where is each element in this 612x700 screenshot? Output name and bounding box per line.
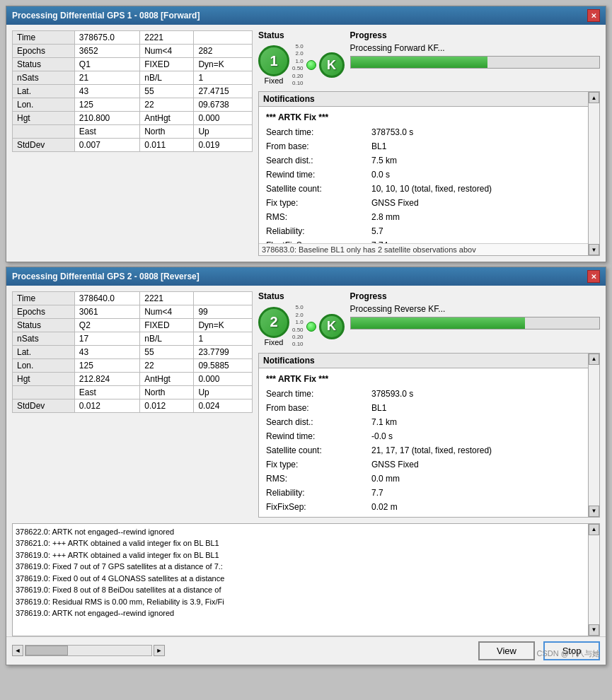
- table-row: EastNorthUp: [13, 386, 253, 399]
- scroll-track1: [589, 103, 599, 244]
- notif-row: From base:BL1: [263, 139, 585, 153]
- close-button2[interactable]: ✕: [587, 270, 600, 283]
- progress-text1: Processing Forward KF...: [350, 43, 600, 53]
- log-scroll-up[interactable]: ▲: [589, 524, 599, 535]
- notif-header1: Notifications: [259, 92, 599, 107]
- progress-section1: Progress Processing Forward KF...: [350, 30, 600, 69]
- log-scroll-down[interactable]: ▼: [589, 624, 599, 636]
- table-row: Lon.1252209.5885: [13, 359, 253, 373]
- notif-row: Search time:378593.0 s: [263, 387, 585, 401]
- table-row: Lat.435523.7799: [13, 346, 253, 359]
- table-row: StatusQ1FIXEDDyn=K: [13, 58, 253, 71]
- artk-header2: *** ARTK Fix ***: [263, 371, 585, 387]
- log-line: 378621.0: +++ ARTK obtained a valid inte…: [16, 537, 585, 549]
- status-label2: Status: [258, 291, 345, 301]
- scroll-down1[interactable]: ▼: [589, 244, 599, 255]
- table-row: EastNorthUp: [13, 125, 253, 139]
- progress-text2: Processing Reverse KF...: [350, 304, 600, 314]
- titlebar1: Processing Differential GPS 1 - 0808 [Fo…: [6, 6, 606, 25]
- notif-header2: Notifications: [259, 354, 599, 368]
- status-progress-row1: Status 1 Fixed 5.02.01.00.500.200.10 K: [258, 30, 600, 87]
- notif-row: Rewind time:-0.0 s: [263, 429, 585, 443]
- status-inner1: 1 Fixed: [258, 45, 289, 85]
- log-scroll-track: [589, 535, 599, 624]
- hscroll-thumb: [25, 646, 68, 655]
- notif-row: FixFixSep:0.02 m: [263, 500, 585, 514]
- log-line: 378622.0: ARTK not engaged--rewind ignor…: [16, 526, 585, 538]
- data-panel2: Time378640.02221Epochs3061Num<499StatusQ…: [12, 291, 253, 517]
- window2: Processing Differential GPS 2 - 0808 [Re…: [6, 267, 606, 665]
- window1-title: Processing Differential GPS 1 - 0808 [Fo…: [12, 11, 200, 21]
- progress-bar-container1: [350, 56, 600, 69]
- green-dot1: [306, 60, 316, 70]
- notif-row: Reliability:7.7: [263, 486, 585, 500]
- notif-row: RMS:2.8 mm: [263, 210, 585, 224]
- progress-label1: Progress: [350, 30, 600, 40]
- window2-title: Processing Differential GPS 2 - 0808 [Re…: [12, 272, 200, 281]
- hscroll-area: ◄ ►: [12, 645, 478, 656]
- close-button1[interactable]: ✕: [587, 9, 600, 22]
- table-row: Time378640.02221: [13, 292, 253, 305]
- scroll-up1[interactable]: ▲: [589, 92, 599, 103]
- badge-num2: 2: [258, 307, 289, 338]
- right-panel2: Status 2 Fixed 5.02.01.00.500.200.10 K: [258, 291, 600, 517]
- log-content: 378622.0: ARTK not engaged--rewind ignor…: [13, 524, 599, 622]
- hscroll-right[interactable]: ►: [154, 645, 165, 656]
- notif-row: Rewind time:0.0 s: [263, 168, 585, 182]
- notif-row: Search dist.:7.5 km: [263, 153, 585, 168]
- hscroll-track[interactable]: [25, 645, 152, 656]
- log-line: 378619.0: Fixed 0 out of 4 GLONASS satel…: [16, 573, 585, 585]
- view-button[interactable]: View: [478, 641, 535, 660]
- artk-header1: *** ARTK Fix ***: [263, 110, 585, 125]
- notif-table2: Search time:378593.0 sFrom base:BL1Searc…: [263, 387, 585, 514]
- table-row: Epochs3061Num<499: [13, 305, 253, 319]
- data-table1: Time378675.02221Epochs3652Num<4282Status…: [12, 30, 253, 152]
- data-panel1: Time378675.02221Epochs3652Num<4282Status…: [12, 30, 253, 256]
- notif-row: From base:BL1: [263, 401, 585, 415]
- status-right2: 5.02.01.00.500.200.10: [292, 304, 304, 348]
- k-badge2: K: [319, 314, 345, 339]
- fixed-label1: Fixed: [265, 76, 284, 85]
- data-table2: Time378640.02221Epochs3061Num<499StatusQ…: [12, 291, 253, 413]
- bottom-bar: ◄ ► View Stop: [6, 636, 606, 665]
- progress-bar-container2: [350, 317, 600, 329]
- notif-content2: *** ARTK Fix *** Search time:378593.0 sF…: [259, 368, 599, 517]
- table-row: Lon.1252209.6738: [13, 98, 253, 112]
- log-line: 378619.0: Residual RMS is 0.00 mm, Relia…: [16, 596, 585, 608]
- log-section: 378622.0: ARTK not engaged--rewind ignor…: [12, 523, 600, 636]
- hscroll-left[interactable]: ◄: [12, 645, 23, 656]
- table-row: StdDev0.0070.0110.019: [13, 139, 253, 152]
- status-inner2: 2 Fixed: [258, 307, 289, 346]
- notif-scrollbar1[interactable]: ▲ ▼: [588, 92, 599, 255]
- notif-scrollbar2[interactable]: ▲ ▼: [588, 354, 599, 517]
- window1-content: Time378675.02221Epochs3652Num<4282Status…: [6, 25, 606, 262]
- status-indicators1: 1 Fixed 5.02.01.00.500.200.10 K: [258, 43, 345, 87]
- progress-section2: Progress Processing Reverse KF...: [350, 291, 600, 329]
- notif-table1: Search time:378753.0 sFrom base:BL1Searc…: [263, 125, 585, 252]
- green-dot2: [306, 322, 316, 332]
- progress-bar-fill2: [351, 317, 525, 329]
- table-row: Time378675.02221: [13, 31, 253, 45]
- status-section1: Status 1 Fixed 5.02.01.00.500.200.10 K: [258, 30, 345, 87]
- log-scrollbar[interactable]: ▲ ▼: [588, 524, 599, 636]
- status-right1: 5.02.01.00.500.200.10: [292, 43, 304, 87]
- status-label1: Status: [258, 30, 345, 40]
- table-row: Lat.435527.4715: [13, 85, 253, 98]
- titlebar2: Processing Differential GPS 2 - 0808 [Re…: [6, 267, 606, 286]
- watermark: CSDN @十八与她: [537, 648, 600, 659]
- progress-bar-fill1: [351, 57, 487, 68]
- scroll-down2[interactable]: ▼: [589, 506, 599, 517]
- notif-row: Fix type:GNSS Fixed: [263, 457, 585, 472]
- scroll-track2: [589, 365, 599, 506]
- notif-row: Satellite count:21, 17, 17 (total, fixed…: [263, 443, 585, 457]
- table-row: Hgt210.800AntHgt0.000: [13, 112, 253, 125]
- notif-content1: *** ARTK Fix *** Search time:378753.0 sF…: [259, 107, 599, 255]
- log-line: 378619.0: Fixed 7 out of 7 GPS satellite…: [16, 561, 585, 573]
- k-badge1: K: [319, 52, 345, 78]
- scroll-up2[interactable]: ▲: [589, 354, 599, 365]
- notif-row: Search dist.:7.1 km: [263, 415, 585, 429]
- notif-bottom1: 378683.0: Baseline BL1 only has 2 satell…: [259, 243, 599, 255]
- scale2: 5.02.01.00.500.200.10: [292, 304, 304, 348]
- log-line: 378619.0: +++ ARTK obtained a valid inte…: [16, 549, 585, 561]
- notif-row: Reliability:5.7: [263, 224, 585, 238]
